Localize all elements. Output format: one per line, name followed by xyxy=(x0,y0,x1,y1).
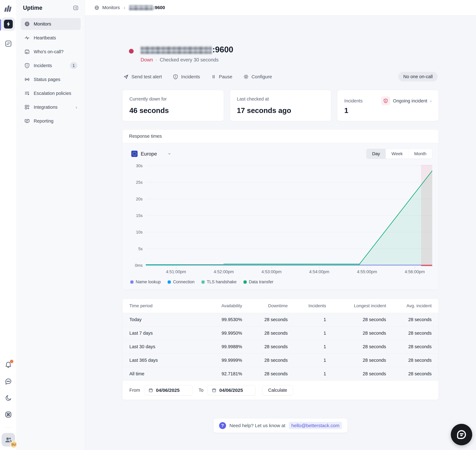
command-icon[interactable] xyxy=(5,411,12,419)
sidebar-item-label: Heartbeats xyxy=(34,35,56,41)
col-availability: Availability xyxy=(194,303,242,308)
incident-shield-tile xyxy=(381,96,390,105)
chat-bubble-icon xyxy=(456,429,467,440)
cell: 28 seconds xyxy=(326,317,386,322)
betterstack-logo[interactable] xyxy=(3,4,13,13)
on-call-pill[interactable]: No one on-call xyxy=(398,72,438,82)
cell: Today xyxy=(129,317,194,322)
to-date-input[interactable]: 04/06/2025 xyxy=(208,385,256,395)
shield-icon xyxy=(24,63,30,68)
sidebar-item-escalation-policies[interactable]: Escalation policies xyxy=(21,87,81,99)
table-row: All time92.7181%28 seconds128 seconds28 … xyxy=(122,367,439,380)
breadcrumb-port: :9600 xyxy=(153,5,165,10)
cell: 99.9530% xyxy=(194,317,242,322)
table-row: Today99.9530%28 seconds128 seconds28 sec… xyxy=(122,313,439,326)
breadcrumb-bar: Monitors › :9600 xyxy=(85,0,476,15)
col-longest-incident: Longest incident xyxy=(326,303,386,308)
legend-swatch xyxy=(244,280,247,284)
cell: Last 30 days xyxy=(129,344,194,349)
from-date-input[interactable]: 04/06/2025 xyxy=(144,385,192,395)
chat-icon[interactable] xyxy=(5,378,12,386)
sidebar-item-label: Incidents xyxy=(34,63,52,68)
y-axis-tick: 25s xyxy=(136,180,143,185)
broadcast-icon xyxy=(24,77,30,82)
sidebar-item-label: Integrations xyxy=(34,105,58,110)
stat-label: Currently down for xyxy=(129,96,217,102)
plot-area[interactable] xyxy=(146,164,432,266)
breadcrumb-monitors[interactable]: Monitors xyxy=(102,5,120,10)
from-date-value: 04/06/2025 xyxy=(156,388,180,393)
sidebar-item-heartbeats[interactable]: Heartbeats xyxy=(21,32,81,44)
cell: 28 seconds xyxy=(242,344,288,349)
bell-icon[interactable] xyxy=(5,361,12,369)
gear-icon xyxy=(243,74,249,79)
cell: 28 seconds xyxy=(386,371,432,376)
shield-icon xyxy=(173,74,178,79)
sidebar: Uptime Monitors Heartbeats Who's on-call… xyxy=(17,0,85,450)
check-frequency: Checked every 30 seconds xyxy=(160,57,219,63)
sidebar-item-integrations[interactable]: Integrations › xyxy=(21,101,81,113)
sidebar-item-whos-on-call[interactable]: Who's on-call? xyxy=(21,46,81,58)
legend-swatch xyxy=(168,280,171,284)
x-axis-tick-mark xyxy=(176,266,176,268)
calendar-icon xyxy=(24,49,30,54)
sidebar-item-incidents[interactable]: Incidents 1 xyxy=(21,59,81,71)
content: :9600 Down · Checked every 30 seconds Se… xyxy=(85,15,476,450)
collapse-sidebar-icon[interactable] xyxy=(73,5,79,11)
calendar-icon xyxy=(148,388,153,393)
sidebar-item-monitors[interactable]: Monitors xyxy=(21,18,81,30)
avatar[interactable]: SU xyxy=(2,433,15,447)
sidebar-item-label: Monitors xyxy=(34,21,51,27)
status-dot-down xyxy=(129,49,134,53)
moon-icon[interactable] xyxy=(5,394,12,402)
eu-flag-icon xyxy=(131,151,138,157)
to-date-value: 04/06/2025 xyxy=(219,388,243,393)
incidents-button[interactable]: Incidents xyxy=(173,74,200,79)
send-test-alert-button[interactable]: Send test alert xyxy=(123,74,162,79)
region-select[interactable]: Europe xyxy=(129,151,171,157)
cell: 99.9999% xyxy=(194,358,242,363)
help-bar: ? Need help? Let us know at hello@better… xyxy=(214,419,348,433)
cell: 28 seconds xyxy=(242,317,288,322)
x-axis-tick: 4:55:00pm xyxy=(357,269,377,274)
incidents-card: Incidents Ongoing incident › 1 xyxy=(337,90,439,121)
cell: 1 xyxy=(288,317,326,322)
uptime-bolt-icon xyxy=(4,20,13,29)
cell: 28 seconds xyxy=(326,344,386,349)
sidebar-item-label: Reporting xyxy=(34,118,53,124)
table-row: Last 365 days99.9999%28 seconds128 secon… xyxy=(122,353,439,367)
breadcrumb-current: :9600 xyxy=(129,5,165,10)
uptime-app: SU Uptime Monitors Heartbeats Who's on-c… xyxy=(0,0,476,450)
response-times-chart: 30s25s20s15s10s5s0ms 4:51:00pm4:52:00pm4… xyxy=(129,164,432,284)
cell: 28 seconds xyxy=(242,331,288,336)
heartbeat-icon xyxy=(24,35,30,41)
availability-table-card: Time period Availability Downtime Incide… xyxy=(122,299,439,400)
tab-day[interactable]: Day xyxy=(366,149,386,159)
sidebar-item-reporting[interactable]: Reporting xyxy=(21,115,81,127)
table-header: Time period Availability Downtime Incide… xyxy=(122,299,439,313)
y-axis-tick: 20s xyxy=(136,197,143,201)
table-row: Last 30 days99.9988%28 seconds128 second… xyxy=(122,340,439,353)
legend-item: Connection xyxy=(168,279,195,284)
help-email-link[interactable]: hello@betterstack.com xyxy=(289,422,342,429)
y-axis-tick: 0ms xyxy=(135,263,143,268)
ongoing-incident-link[interactable]: Ongoing incident › xyxy=(381,96,432,105)
cell: 28 seconds xyxy=(242,371,288,376)
tab-week[interactable]: Week xyxy=(386,149,408,159)
tab-month[interactable]: Month xyxy=(408,149,432,159)
support-chat-button[interactable] xyxy=(451,424,472,445)
action-bar: Send test alert Incidents Pause Configur… xyxy=(122,72,439,82)
response-times-title: Response times xyxy=(122,130,439,143)
globe-icon xyxy=(94,5,99,10)
uptime-app-tile[interactable] xyxy=(2,17,15,31)
x-axis-tick: 4:52:00pm xyxy=(214,269,234,274)
calculate-button[interactable]: Calculate xyxy=(262,385,293,395)
configure-button[interactable]: Configure xyxy=(243,74,272,79)
response-times-card: Response times Europe Day xyxy=(122,129,439,290)
pause-button[interactable]: Pause xyxy=(211,74,232,79)
sidebar-item-status-pages[interactable]: Status pages xyxy=(21,73,81,85)
send-icon xyxy=(123,74,129,79)
y-axis: 30s25s20s15s10s5s0ms xyxy=(129,164,143,266)
logs-app-icon[interactable] xyxy=(5,40,12,48)
cell: 28 seconds xyxy=(242,358,288,363)
